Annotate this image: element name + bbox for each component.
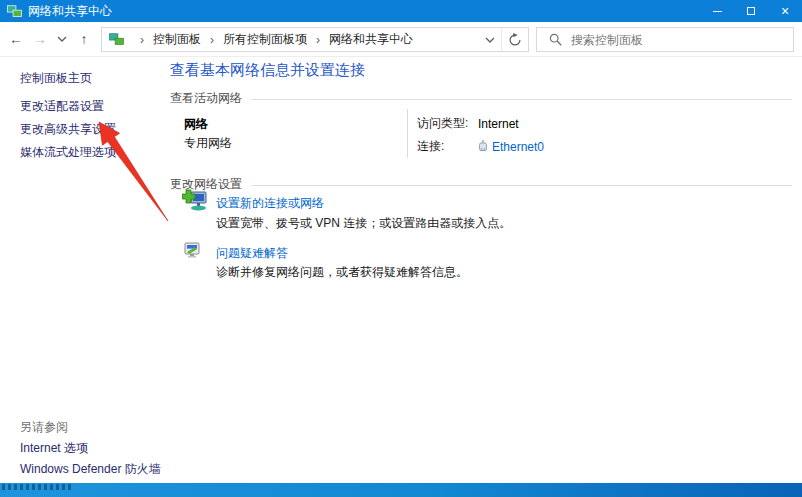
section-label: 查看活动网络: [170, 90, 242, 107]
connection-ethernet0-link[interactable]: Ethernet0: [492, 140, 544, 154]
forward-button[interactable]: →: [30, 29, 50, 49]
network-profile: 专用网络: [184, 134, 232, 153]
setup-new-connection-desc: 设置宽带、拨号或 VPN 连接；或设置路由器或接入点。: [216, 215, 511, 232]
network-sharing-icon: [109, 33, 124, 46]
content-area: 控制面板主页 更改适配器设置 更改高级共享设置 媒体流式处理选项 另请参阅 In…: [0, 57, 802, 483]
section-divider: [252, 185, 792, 186]
active-network-info: 网络 专用网络: [184, 115, 232, 153]
section-change-network-settings: 更改网络设置: [170, 176, 792, 193]
breadcrumb-network-sharing[interactable]: 网络和共享中心: [329, 31, 413, 48]
sidebar-item-change-adapter-settings[interactable]: 更改适配器设置: [20, 98, 104, 115]
breadcrumb-all-items[interactable]: 所有控制面板项: [223, 31, 307, 48]
ethernet-icon: [478, 140, 488, 153]
troubleshoot-problems-desc: 诊断并修复网络问题，或者获得疑难解答信息。: [216, 264, 468, 281]
sidebar-item-control-panel-home[interactable]: 控制面板主页: [20, 70, 92, 87]
history-chevron-icon[interactable]: [52, 29, 72, 49]
breadcrumb-control-panel[interactable]: 控制面板: [153, 31, 201, 48]
access-type-label: 访问类型:: [417, 115, 478, 132]
up-button[interactable]: ↑: [74, 29, 94, 49]
search-box[interactable]: [536, 27, 794, 52]
breadcrumb-separator: ›: [140, 33, 144, 47]
network-name: 网络: [184, 115, 232, 134]
network-details: 访问类型: Internet 连接: Ethernet0: [417, 115, 544, 155]
network-sharing-center-window: 网络和共享中心 × ← → ↑ › 控制面板 › 所有控制面板项 ›: [0, 0, 802, 497]
see-also-header: 另请参阅: [20, 419, 68, 436]
address-dropdown-chevron-icon[interactable]: [479, 28, 501, 51]
sidebar-item-change-advanced-sharing-settings[interactable]: 更改高级共享设置: [20, 121, 116, 138]
minimize-button[interactable]: [700, 0, 734, 22]
close-button[interactable]: ×: [768, 0, 802, 22]
section-divider: [252, 99, 792, 100]
troubleshoot-problems-link[interactable]: 问题疑难解答: [216, 245, 288, 262]
address-bar: ← → ↑ › 控制面板 › 所有控制面板项 › 网络和共享中心: [0, 22, 802, 57]
access-type-value: Internet: [478, 117, 544, 131]
new-connection-icon: [182, 189, 208, 216]
section-active-networks: 查看活动网络: [170, 90, 792, 107]
back-button[interactable]: ←: [6, 29, 26, 49]
breadcrumb-separator: ›: [316, 33, 320, 47]
refresh-button[interactable]: [501, 28, 528, 51]
breadcrumb[interactable]: › 控制面板 › 所有控制面板项 › 网络和共享中心: [101, 27, 529, 52]
titlebar: 网络和共享中心 ×: [0, 0, 802, 22]
bottom-desktop-strip: [0, 483, 802, 497]
network-sharing-icon: [7, 5, 22, 18]
maximize-icon: [747, 7, 755, 15]
sidebar-item-media-streaming-options[interactable]: 媒体流式处理选项: [20, 144, 116, 161]
window-title: 网络和共享中心: [28, 3, 112, 20]
sidebar-item-internet-options[interactable]: Internet 选项: [20, 440, 88, 457]
connection-label: 连接:: [417, 138, 478, 155]
sidebar-item-windows-defender-firewall[interactable]: Windows Defender 防火墙: [20, 461, 161, 478]
page-title: 查看基本网络信息并设置连接: [170, 61, 365, 80]
maximize-button[interactable]: [734, 0, 768, 22]
desktop-artifact: [2, 484, 72, 490]
search-icon: [549, 33, 562, 46]
troubleshoot-icon: [182, 241, 202, 264]
setup-new-connection-link[interactable]: 设置新的连接或网络: [216, 195, 324, 212]
search-input[interactable]: [571, 33, 787, 47]
minimize-icon: [713, 11, 722, 12]
breadcrumb-separator: ›: [210, 33, 214, 47]
window-controls: ×: [700, 0, 802, 22]
network-panel-divider: [407, 109, 408, 158]
